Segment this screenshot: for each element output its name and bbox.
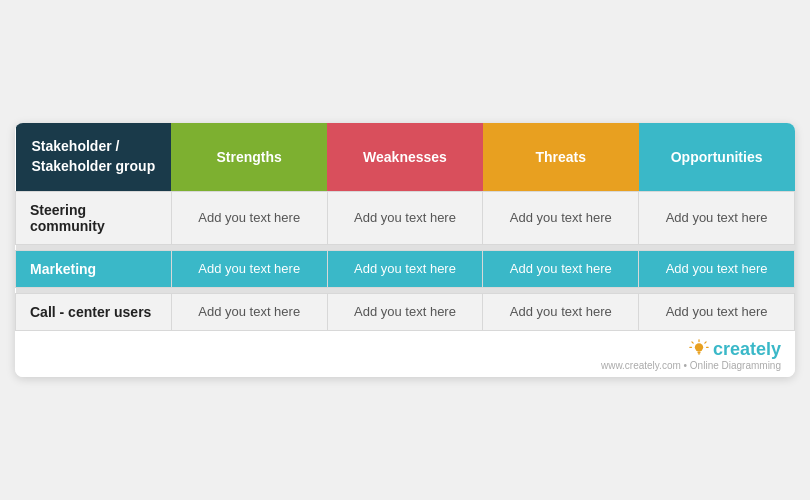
footer-url: www.creately.com • Online Diagramming — [29, 360, 781, 371]
brand-name: creately — [713, 339, 781, 360]
row-1-cell-3[interactable]: Add you text here — [639, 250, 795, 287]
main-card: Stakeholder / Stakeholder group Strength… — [15, 123, 795, 376]
table-row: Call - center usersAdd you text hereAdd … — [16, 293, 795, 330]
svg-line-5 — [692, 342, 693, 343]
col-header-opportunities: Opportunities — [639, 123, 795, 191]
svg-rect-1 — [697, 352, 700, 354]
col-header-strengths: Strengths — [171, 123, 327, 191]
row-0-cell-2[interactable]: Add you text here — [483, 191, 639, 244]
row-1-cell-2[interactable]: Add you text here — [483, 250, 639, 287]
row-2-cell-2[interactable]: Add you text here — [483, 293, 639, 330]
col-header-weaknesses: Weaknesses — [327, 123, 483, 191]
row-0-cell-0[interactable]: Add you text here — [171, 191, 327, 244]
row-2-cell-3[interactable]: Add you text here — [639, 293, 795, 330]
row-2-label: Call - center users — [16, 293, 172, 330]
row-0-cell-1[interactable]: Add you text here — [327, 191, 483, 244]
svg-point-0 — [695, 343, 703, 351]
bulb-icon — [689, 339, 709, 359]
svg-line-4 — [705, 342, 706, 343]
table-header-row: Stakeholder / Stakeholder group Strength… — [16, 123, 795, 191]
svg-rect-2 — [698, 353, 701, 354]
footer: creately www.creately.com • Online Diagr… — [15, 331, 795, 377]
brand-container: creately — [29, 339, 781, 360]
row-0-cell-3[interactable]: Add you text here — [639, 191, 795, 244]
table-row: Steering communityAdd you text hereAdd y… — [16, 191, 795, 244]
row-2-cell-0[interactable]: Add you text here — [171, 293, 327, 330]
row-1-label: Marketing — [16, 250, 172, 287]
swot-table: Stakeholder / Stakeholder group Strength… — [15, 123, 795, 330]
col-header-stakeholder: Stakeholder / Stakeholder group — [16, 123, 172, 191]
table-row: MarketingAdd you text hereAdd you text h… — [16, 250, 795, 287]
row-1-cell-1[interactable]: Add you text here — [327, 250, 483, 287]
row-0-label: Steering community — [16, 191, 172, 244]
row-1-cell-0[interactable]: Add you text here — [171, 250, 327, 287]
col-header-threats: Threats — [483, 123, 639, 191]
row-2-cell-1[interactable]: Add you text here — [327, 293, 483, 330]
